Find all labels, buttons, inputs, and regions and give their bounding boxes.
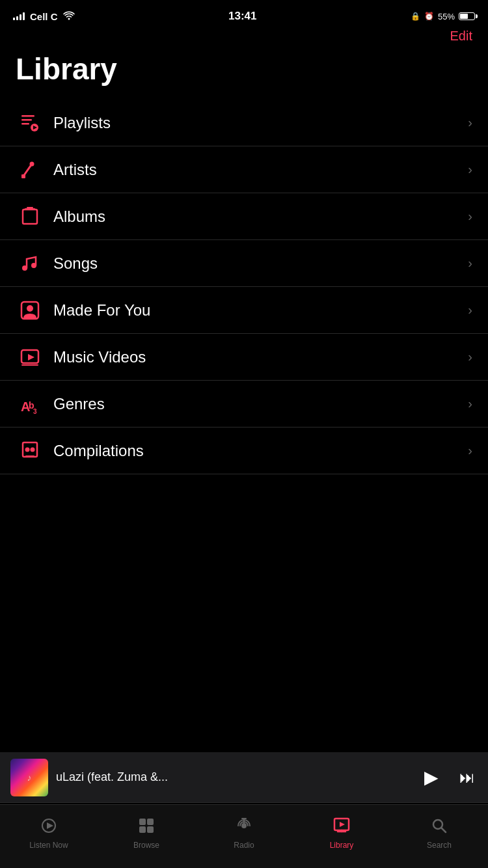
library-item-compilations[interactable]: Compilations › [0, 427, 488, 474]
header: Edit [0, 29, 488, 46]
svg-rect-10 [27, 207, 33, 208]
battery-fill [460, 14, 468, 19]
mini-player-forward-button[interactable]: ⏭ [457, 766, 478, 789]
svg-marker-26 [47, 822, 53, 829]
library-item-genres[interactable]: A b 3 Genres › [0, 381, 488, 427]
status-time: 13:41 [228, 10, 256, 23]
tab-search-label: Search [427, 841, 452, 850]
genres-icon: A b 3 [16, 394, 44, 414]
albums-chevron: › [468, 209, 472, 224]
svg-rect-29 [139, 826, 146, 833]
status-right: 🔒 ⏰ 55% [411, 12, 475, 21]
svg-point-12 [31, 263, 36, 268]
songs-chevron: › [468, 256, 472, 271]
compilations-chevron: › [468, 443, 472, 458]
tab-library[interactable]: Library [293, 805, 390, 855]
svg-rect-27 [139, 819, 146, 825]
svg-rect-24 [25, 455, 34, 457]
tab-library-label: Library [330, 841, 354, 850]
library-item-playlists[interactable]: Playlists › [0, 100, 488, 146]
page-title: Library [0, 46, 488, 100]
tab-bar: Listen Now Browse Radio [0, 804, 488, 868]
svg-rect-7 [21, 174, 25, 178]
tab-listen-now[interactable]: Listen Now [0, 805, 98, 855]
artists-chevron: › [468, 162, 472, 177]
status-bar: Cell C 13:41 🔒 ⏰ 55% [0, 0, 488, 29]
mini-player-controls: ▶ ⏭ [422, 764, 478, 791]
svg-rect-30 [147, 826, 154, 833]
playlists-label: Playlists [53, 114, 468, 132]
playlists-icon [16, 113, 44, 133]
svg-point-14 [27, 305, 33, 312]
svg-point-23 [31, 447, 35, 452]
artists-label: Artists [53, 161, 468, 179]
battery-container [459, 12, 475, 20]
svg-rect-2 [21, 123, 29, 125]
tab-listen-now-label: Listen Now [29, 841, 68, 850]
library-item-made-for-you[interactable]: Made For You › [0, 287, 488, 334]
mini-player-title: uLazi (feat. Zuma &... [56, 770, 422, 784]
svg-text:3: 3 [33, 408, 37, 414]
made-for-you-label: Made For You [53, 301, 468, 319]
svg-rect-28 [147, 819, 154, 825]
lock-icon: 🔒 [411, 12, 420, 21]
library-item-artists[interactable]: Artists › [0, 146, 488, 193]
listen-now-icon [40, 817, 57, 838]
svg-rect-17 [21, 364, 38, 366]
genres-label: Genres [53, 395, 468, 413]
music-videos-icon [16, 347, 44, 367]
compilations-icon [16, 441, 44, 461]
library-content: Playlists › Artists › [0, 100, 488, 604]
svg-rect-21 [23, 442, 37, 457]
mini-player-artwork: ♪ [10, 759, 48, 796]
svg-point-11 [22, 265, 27, 271]
svg-marker-37 [340, 822, 345, 827]
carrier-label: Cell C [30, 11, 58, 22]
svg-rect-8 [23, 210, 37, 224]
status-left: Cell C [13, 11, 75, 22]
library-icon [333, 817, 350, 838]
forward-icon: ⏭ [459, 768, 475, 786]
play-icon: ▶ [424, 767, 439, 787]
svg-rect-1 [21, 119, 32, 121]
library-list: Playlists › Artists › [0, 100, 488, 474]
svg-rect-9 [25, 208, 35, 210]
made-for-you-chevron: › [468, 303, 472, 318]
wifi-icon [63, 11, 75, 22]
songs-icon [16, 254, 44, 273]
genres-chevron: › [468, 396, 472, 411]
tab-search[interactable]: Search [390, 805, 488, 855]
library-item-songs[interactable]: Songs › [0, 240, 488, 287]
browse-icon [138, 817, 155, 838]
svg-line-39 [442, 828, 446, 832]
alarm-icon: ⏰ [424, 12, 434, 21]
signal-bars [13, 12, 25, 20]
svg-point-22 [25, 447, 30, 452]
compilations-label: Compilations [53, 442, 468, 460]
albums-icon [16, 207, 44, 226]
edit-button[interactable]: Edit [450, 29, 472, 44]
svg-point-6 [30, 161, 34, 166]
battery-percent: 55% [438, 12, 455, 21]
mini-player[interactable]: ♪ uLazi (feat. Zuma &... ▶ ⏭ [0, 752, 488, 803]
tab-browse[interactable]: Browse [98, 805, 195, 855]
mini-player-art-image: ♪ [10, 759, 48, 796]
tab-browse-label: Browse [133, 841, 159, 850]
tab-radio[interactable]: Radio [195, 805, 293, 855]
search-icon [431, 817, 448, 838]
songs-label: Songs [53, 254, 468, 273]
music-videos-chevron: › [468, 349, 472, 364]
svg-rect-0 [21, 115, 34, 117]
music-videos-label: Music Videos [53, 348, 468, 366]
tab-radio-label: Radio [234, 841, 254, 850]
playlists-chevron: › [468, 115, 472, 130]
battery-icon [459, 12, 475, 20]
library-item-albums[interactable]: Albums › [0, 193, 488, 240]
artists-icon [16, 160, 44, 180]
mini-player-play-button[interactable]: ▶ [422, 764, 441, 791]
svg-marker-16 [28, 354, 34, 360]
library-item-music-videos[interactable]: Music Videos › [0, 334, 488, 381]
albums-label: Albums [53, 208, 468, 226]
radio-icon [236, 817, 252, 838]
made-for-you-icon [16, 301, 44, 320]
